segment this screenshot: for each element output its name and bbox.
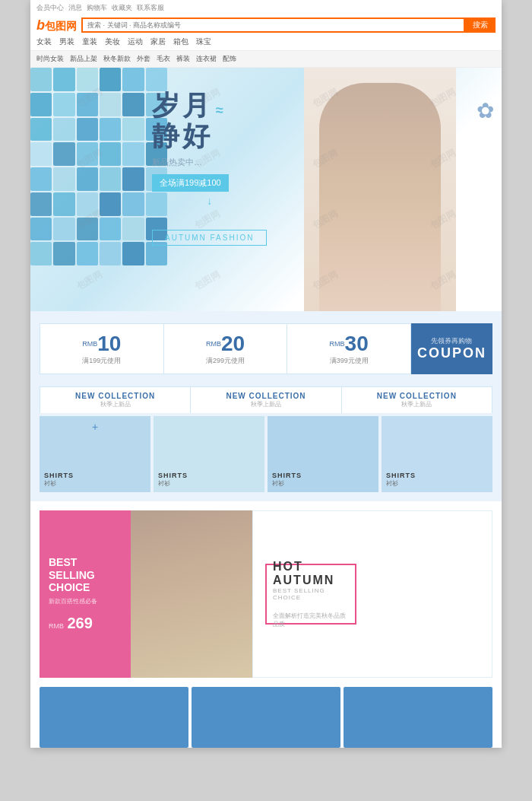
product-name-cn-2: 衬衫 (158, 479, 260, 488)
mosaic-cell-25 (53, 167, 74, 191)
nav-women[interactable]: 女装 (36, 37, 52, 47)
search-row: b包图网 搜索 (36, 16, 496, 33)
top-link-member[interactable]: 会员中心 (36, 3, 64, 13)
mosaic-cell-2 (77, 68, 98, 91)
hero-title: 岁月≈ 静好 (152, 91, 267, 151)
mosaic-cell-28 (122, 167, 144, 191)
nav-bags[interactable]: 箱包 (173, 37, 188, 47)
nav-jewelry[interactable]: 珠宝 (196, 37, 211, 47)
blue-mosaic-decoration (30, 68, 167, 265)
search-input[interactable] (81, 17, 465, 33)
main-nav: 女装 男装 童装 美妆 运动 家居 箱包 珠宝 (36, 37, 496, 47)
search-button[interactable]: 搜索 (465, 17, 496, 33)
mosaic-cell-39 (100, 218, 121, 241)
hot-autumn-box: HOT AUTUMN BEST SELLING CHOICE 全面解析打造完美秋… (265, 564, 356, 625)
nav-kids[interactable]: 童装 (82, 37, 97, 47)
cat-pants[interactable]: 裤装 (176, 54, 190, 64)
cat-new[interactable]: 新品上架 (70, 54, 97, 64)
coupon-main-label: COUPON (417, 345, 486, 361)
top-link-service[interactable]: 联系客服 (137, 3, 164, 13)
product-card-1[interactable]: + SHIRTS 衬衫 (40, 416, 150, 492)
new-collection-section: NEW COLLECTION 秋季上新品 NEW COLLECTION 秋季上新… (30, 386, 502, 501)
model-figure (131, 510, 252, 678)
coupon-item-3[interactable]: RMB30 满399元使用 (287, 323, 411, 374)
nav-beauty[interactable]: 美妆 (105, 37, 120, 47)
top-link-cart[interactable]: 购物车 (87, 3, 107, 13)
mosaic-cell-42 (30, 242, 52, 265)
product-card-4[interactable]: SHIRTS 衬衫 (382, 416, 492, 492)
mosaic-cell-36 (30, 218, 52, 241)
mosaic-cell-46 (122, 242, 144, 265)
mosaic-cell-40 (122, 218, 144, 241)
mosaic-cell-19 (53, 142, 74, 166)
product-card-2[interactable]: SHIRTS 衬衫 (154, 416, 264, 492)
top-link-favorites[interactable]: 收藏夹 (112, 3, 132, 13)
product-grid: + SHIRTS 衬衫 SHIRTS 衬衫 SHIRTS 衬衫 SHIRTS 衬… (40, 416, 492, 492)
flower-decoration: ✿ (477, 98, 494, 123)
product-name-4: SHIRTS (386, 472, 488, 479)
mosaic-cell-22 (122, 142, 144, 166)
mosaic-cell-1 (53, 68, 74, 91)
price-rmb-label: RMB (49, 622, 64, 630)
product-name-cn-3: 衬衫 (272, 479, 374, 488)
nc-tab-3[interactable]: NEW COLLECTION 秋季上新品 (342, 386, 492, 413)
model-silhouette (319, 83, 441, 311)
hero-subtitle: 新品热卖中… (152, 157, 267, 168)
bottom-cell-3[interactable] (344, 687, 492, 748)
product-name-2: SHIRTS (158, 472, 260, 479)
product-name-cn-4: 衬衫 (386, 479, 488, 488)
mosaic-cell-0 (30, 68, 52, 91)
site-logo: b包图网 (36, 16, 77, 33)
mosaic-cell-45 (100, 242, 121, 265)
logo-text: 包图网 (45, 20, 77, 32)
nav-sport[interactable]: 运动 (128, 37, 143, 47)
hero-promo-box: 全场满199减100 (152, 174, 229, 192)
cat-fashion-women[interactable]: 时尚女装 (36, 54, 64, 64)
mosaic-cell-20 (77, 142, 98, 166)
coupon-item-2[interactable]: RMB20 满299元使用 (164, 323, 288, 374)
bottom-cell-1[interactable] (40, 687, 188, 748)
mosaic-cell-16 (122, 118, 144, 141)
best-selling-subtitle: 新款百搭性感必备 (49, 597, 122, 606)
cat-sweaters[interactable]: 毛衣 (157, 54, 170, 64)
mosaic-cell-37 (53, 218, 74, 241)
nc-tab-sub-3: 秋季上新品 (345, 400, 489, 408)
mosaic-cell-38 (77, 218, 98, 241)
cat-dresses[interactable]: 连衣裙 (196, 54, 217, 64)
bottom-cell-2[interactable] (192, 687, 340, 748)
top-link-messages[interactable]: 消息 (68, 3, 82, 13)
mosaic-cell-30 (30, 192, 52, 216)
best-selling-title: BEST SELLING CHOICE (49, 556, 122, 594)
coupon-rmb-2: RMB (206, 340, 221, 348)
search-box: 搜索 (81, 17, 496, 33)
coupon-amount-1: RMB10 (46, 332, 157, 356)
nc-tab-sub-2: 秋季上新品 (194, 400, 337, 408)
nc-tab-2[interactable]: NEW COLLECTION 秋季上新品 (191, 386, 341, 413)
mosaic-cell-12 (30, 118, 52, 141)
coupon-item-1[interactable]: RMB10 满199元使用 (40, 323, 164, 374)
mosaic-cell-13 (53, 118, 74, 141)
hot-autumn-title: HOT AUTUMN (273, 560, 349, 587)
hot-autumn-sub: BEST SELLING CHOICE (273, 587, 349, 601)
mosaic-cell-24 (30, 167, 52, 191)
nav-home[interactable]: 家居 (150, 37, 166, 47)
cat-coats[interactable]: 外套 (137, 54, 150, 64)
product-card-3[interactable]: SHIRTS 衬衫 (268, 416, 378, 492)
product-name-1: SHIRTS (44, 472, 146, 479)
nc-tab-sub-1: 秋季上新品 (43, 400, 187, 408)
mosaic-cell-4 (122, 68, 144, 91)
hero-arrow-icon: ↓ (152, 195, 267, 207)
mosaic-cell-18 (30, 142, 52, 166)
plus-icon-1: + (92, 421, 98, 433)
nav-men[interactable]: 男装 (59, 37, 74, 47)
mosaic-cell-15 (100, 118, 121, 141)
coupon-amount-2: RMB20 (170, 332, 281, 356)
coupon-condition-3: 满399元使用 (293, 356, 404, 366)
cat-accessories[interactable]: 配饰 (223, 54, 236, 64)
coupon-amount-3: RMB30 (293, 332, 404, 356)
cat-autumn[interactable]: 秋冬新款 (103, 54, 131, 64)
mosaic-cell-43 (53, 242, 74, 265)
hero-fashion-button[interactable]: AUTUMN FASHION (152, 230, 267, 246)
nc-tab-1[interactable]: NEW COLLECTION 秋季上新品 (40, 386, 191, 413)
new-collection-tabs: NEW COLLECTION 秋季上新品 NEW COLLECTION 秋季上新… (40, 386, 492, 413)
